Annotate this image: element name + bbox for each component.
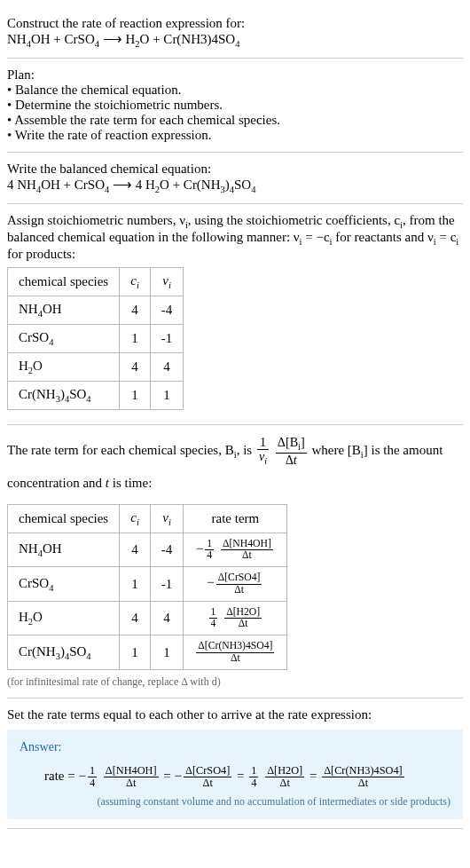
final-section: Set the rate terms equal to each other t… <box>7 698 463 829</box>
cell-vi: 1 <box>150 635 184 670</box>
balanced-equation: 4 NH4OH + CrSO4 ⟶ 4 H2O + Cr(NH3)4SO4 <box>7 177 463 194</box>
fraction: 14 <box>209 607 218 630</box>
cell-rate: Δ[Cr(NH3)4SO4]Δt <box>184 635 287 670</box>
fraction: Δ[NH4OH]Δt <box>104 765 159 789</box>
cell-ci: 4 <box>120 353 151 382</box>
cell-ci: 4 <box>120 601 151 635</box>
intro-prompt: Construct the rate of reaction expressio… <box>7 16 463 31</box>
fraction: Δ[CrSO4]Δt <box>216 572 262 596</box>
cell-species: CrSO4 <box>8 325 120 353</box>
rateterm-delta-frac: Δ[Bi]Δt <box>276 436 307 466</box>
cell-species: CrSO4 <box>8 567 120 602</box>
table-row: NH4OH4-4−14 Δ[NH4OH]Δt <box>8 533 287 567</box>
fraction: Δ[NH4OH]Δt <box>221 539 273 562</box>
table-row: CrSO41-1−Δ[CrSO4]Δt <box>8 567 287 602</box>
intro-equation: NH4OH + CrSO4 ⟶ H2O + Cr(NH3)4SO4 <box>7 31 463 49</box>
plan-item: • Determine the stoichiometric numbers. <box>7 98 463 113</box>
cell-ci: 1 <box>120 325 151 353</box>
cell-species: H2O <box>8 353 120 382</box>
final-heading: Set the rate terms equal to each other t… <box>7 707 463 722</box>
balanced-section: Write the balanced chemical equation: 4 … <box>7 153 463 204</box>
plan-heading: Plan: <box>7 67 463 83</box>
fraction: Δ[H2O]Δt <box>265 765 304 789</box>
rateterm-intro-mid: , is <box>237 443 255 457</box>
cell-species: NH4OH <box>8 296 120 325</box>
col-species: chemical species <box>8 268 120 296</box>
plan-item: • Balance the chemical equation. <box>7 83 463 98</box>
cell-rate: −Δ[CrSO4]Δt <box>184 567 287 602</box>
plan-section: Plan: • Balance the chemical equation.• … <box>7 59 463 153</box>
cell-species: Cr(NH3)4SO4 <box>8 635 120 670</box>
fraction: Δ[Cr(NH3)4SO4]Δt <box>196 641 274 664</box>
cell-ci: 4 <box>120 533 151 567</box>
cell-species: H2O <box>8 601 120 635</box>
col-vi: νi <box>150 268 184 296</box>
fraction: 14 <box>205 539 214 562</box>
answer-box: Answer: rate = −14 Δ[NH4OH]Δt = −Δ[CrSO4… <box>7 730 463 819</box>
cell-vi: -4 <box>150 533 184 567</box>
col-species: chemical species <box>8 504 120 533</box>
cell-ci: 4 <box>120 296 151 325</box>
cell-vi: -1 <box>150 325 184 353</box>
cell-vi: -4 <box>150 296 184 325</box>
stoich-intro: Assign stoichiometric numbers, νi, using… <box>7 213 463 262</box>
cell-species: NH4OH <box>8 533 120 567</box>
col-ci: ci <box>120 504 151 533</box>
table-row: Cr(NH3)4SO411Δ[Cr(NH3)4SO4]Δt <box>8 635 287 670</box>
answer-expression: rate = −14 Δ[NH4OH]Δt = −Δ[CrSO4]Δt = 14… <box>44 760 450 792</box>
rateterm-section: The rate term for each chemical species,… <box>7 425 463 698</box>
rateterm-coef-frac: 1νi <box>257 436 269 466</box>
plan-items: • Balance the chemical equation.• Determ… <box>7 83 463 143</box>
table-header-row: chemical species ci νi rate term <box>8 504 287 533</box>
rateterm-intro-pre: The rate term for each chemical species,… <box>7 443 234 457</box>
col-rate: rate term <box>184 504 287 533</box>
cell-ci: 1 <box>120 635 151 670</box>
intro-section: Construct the rate of reaction expressio… <box>7 7 463 59</box>
cell-vi: -1 <box>150 567 184 602</box>
table-header-row: chemical species ci νi <box>8 268 184 296</box>
rateterm-intro: The rate term for each chemical species,… <box>7 434 463 499</box>
cell-vi: 4 <box>150 601 184 635</box>
fraction: Δ[H2O]Δt <box>224 607 262 630</box>
cell-species: Cr(NH3)4SO4 <box>8 382 120 410</box>
balanced-heading: Write the balanced chemical equation: <box>7 162 463 177</box>
col-ci: ci <box>120 268 151 296</box>
cell-rate: −14 Δ[NH4OH]Δt <box>184 533 287 567</box>
table-row: H2O44 <box>8 353 184 382</box>
rateterm-footnote: (for infinitesimal rate of change, repla… <box>7 675 463 689</box>
table-row: Cr(NH3)4SO411 <box>8 382 184 410</box>
table-row: NH4OH4-4 <box>8 296 184 325</box>
stoich-section: Assign stoichiometric numbers, νi, using… <box>7 204 463 425</box>
fraction: Δ[CrSO4]Δt <box>184 765 231 789</box>
answer-label: Answer: <box>20 740 450 754</box>
answer-note: (assuming constant volume and no accumul… <box>20 795 450 809</box>
fraction: 14 <box>88 765 97 789</box>
table-row: H2O4414 Δ[H2O]Δt <box>8 601 287 635</box>
rateterm-table: chemical species ci νi rate term NH4OH4-… <box>7 504 287 670</box>
fraction: Δ[Cr(NH3)4SO4]Δt <box>322 765 404 789</box>
table-row: CrSO41-1 <box>8 325 184 353</box>
cell-ci: 1 <box>120 382 151 410</box>
plan-item: • Assemble the rate term for each chemic… <box>7 113 463 128</box>
plan-item: • Write the rate of reaction expression. <box>7 128 463 143</box>
stoich-table: chemical species ci νi NH4OH4-4CrSO41-1H… <box>7 267 184 410</box>
fraction: 14 <box>249 765 258 789</box>
cell-ci: 1 <box>120 567 151 602</box>
cell-vi: 1 <box>150 382 184 410</box>
rate-word: rate = <box>44 769 78 783</box>
col-vi: νi <box>150 504 184 533</box>
cell-rate: 14 Δ[H2O]Δt <box>184 601 287 635</box>
cell-vi: 4 <box>150 353 184 382</box>
